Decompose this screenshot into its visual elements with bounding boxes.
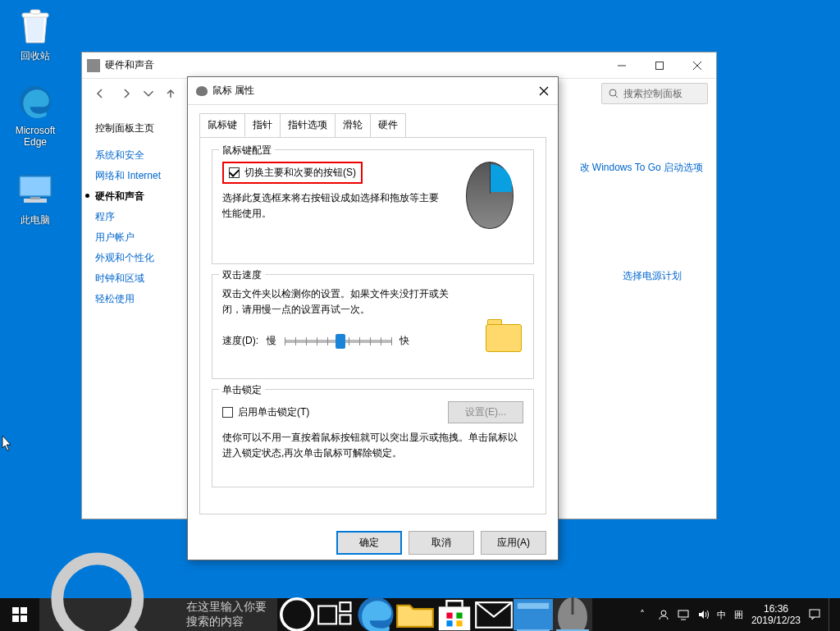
svg-rect-30 [456, 613, 462, 619]
tray-overflow-icon[interactable]: ˄ [635, 609, 650, 620]
sidebar-item-system[interactable]: 系统和安全 [95, 145, 171, 166]
speed-label: 速度(D): [222, 334, 258, 348]
svg-rect-28 [439, 606, 470, 630]
click-lock-checkbox[interactable] [222, 407, 233, 418]
dialog-close-button[interactable] [535, 82, 553, 100]
highlighted-switch-option: 切换主要和次要的按钮(S) [222, 162, 363, 184]
svg-rect-8 [656, 62, 664, 70]
this-pc-icon[interactable]: 此电脑 [7, 171, 64, 227]
tab-panel: 鼠标键配置 切换主要和次要的按钮(S) 选择此复选框来将右按钮设成如选择和拖放等… [199, 137, 546, 514]
sidebar-item-hardware[interactable]: 硬件和声音 [95, 186, 171, 207]
cursor-icon [2, 435, 13, 451]
back-button[interactable] [90, 84, 110, 103]
cp-sidebar: 控制面板主页 系统和安全 网络和 Internet 硬件和声音 程序 用户帐户 … [82, 108, 176, 519]
mouse-properties-dialog: 鼠标 属性 鼠标键 指针 指针选项 滑轮 硬件 鼠标键配置 切换主要和次要的按钮… [187, 76, 559, 560]
taskbar-search[interactable]: 在这里输入你要搜索的内容 [39, 598, 277, 631]
dialog-title: 鼠标 属性 [212, 84, 254, 98]
mouse-icon [196, 86, 208, 96]
speed-slow-label: 慢 [267, 334, 276, 348]
svg-rect-24 [318, 606, 336, 624]
switch-buttons-checkbox[interactable] [229, 167, 240, 178]
task-view-icon[interactable] [317, 598, 356, 631]
close-button[interactable] [678, 53, 716, 79]
svg-point-37 [661, 610, 666, 615]
cp-titlebar[interactable]: 硬件和声音 [82, 53, 716, 79]
up-button[interactable] [161, 84, 180, 103]
svg-rect-4 [21, 177, 50, 195]
tray-clock[interactable]: 16:36 2019/12/23 [751, 603, 801, 627]
search-icon [49, 551, 178, 631]
cortana-icon[interactable] [277, 598, 317, 631]
svg-rect-19 [12, 615, 19, 622]
clock-time: 16:36 [751, 603, 801, 615]
click-lock-label: 启用单击锁定(T) [238, 405, 309, 419]
action-center-icon[interactable] [809, 609, 820, 620]
people-icon[interactable] [658, 609, 669, 620]
start-button[interactable] [0, 598, 39, 631]
double-click-desc: 双击文件夹以检测你的设置。如果文件夹没打开或关闭，请用慢一点的设置再试一次。 [222, 286, 460, 318]
sidebar-item-users[interactable]: 用户帐户 [95, 227, 171, 248]
svg-point-13 [609, 89, 616, 96]
sidebar-item-ease[interactable]: 轻松使用 [95, 289, 171, 309]
forward-button[interactable] [116, 84, 136, 103]
svg-rect-38 [678, 610, 688, 617]
speed-slider[interactable] [285, 340, 391, 343]
test-folder-icon[interactable] [486, 319, 522, 352]
click-lock-group: 单击锁定 启用单击锁定(T) 设置(E)... 使你可以不用一直按着鼠标按钮就可… [212, 389, 534, 487]
sidebar-home[interactable]: 控制面板主页 [95, 121, 171, 135]
store-taskbar-icon[interactable] [435, 598, 474, 631]
svg-rect-1 [30, 10, 40, 14]
edge-icon[interactable]: Microsoft Edge [7, 82, 64, 148]
ok-button[interactable]: 确定 [336, 531, 402, 555]
svg-rect-17 [12, 607, 19, 614]
tab-pointers[interactable]: 指针 [244, 113, 281, 137]
click-lock-legend: 单击锁定 [219, 383, 265, 397]
recycle-bin-icon[interactable]: 回收站 [7, 7, 64, 63]
show-desktop-button[interactable] [829, 598, 833, 631]
maximize-button[interactable] [641, 53, 678, 79]
cp-title-icon [87, 59, 100, 72]
mouse-dialog-taskbar-icon[interactable] [553, 598, 592, 631]
tab-hardware[interactable]: 硬件 [370, 113, 406, 137]
tab-wheel[interactable]: 滑轮 [335, 113, 371, 137]
svg-point-23 [281, 599, 313, 630]
edge-taskbar-icon[interactable] [356, 598, 395, 631]
search-icon [609, 89, 619, 98]
sidebar-item-network[interactable]: 网络和 Internet [95, 166, 171, 186]
sidebar-item-clock[interactable]: 时钟和区域 [95, 268, 171, 289]
svg-rect-18 [21, 607, 27, 614]
taskbar-search-placeholder: 在这里输入你要搜索的内容 [186, 600, 267, 629]
speed-fast-label: 快 [399, 334, 409, 348]
button-config-legend: 鼠标键配置 [219, 144, 275, 158]
link-windows-to-go[interactable]: 改 Windows To Go 启动选项 [580, 161, 703, 175]
volume-icon[interactable] [697, 609, 709, 620]
tab-buttons[interactable]: 鼠标键 [199, 113, 245, 137]
desktop: 回收站 Microsoft Edge 此电脑 硬件和声音 [0, 0, 840, 631]
svg-rect-6 [30, 197, 40, 199]
sidebar-item-appearance[interactable]: 外观和个性化 [95, 248, 171, 268]
mouse-graphic [466, 162, 522, 232]
cp-search[interactable]: 搜索控制面板 [601, 83, 708, 104]
apply-button[interactable]: 应用(A) [481, 531, 546, 555]
control-panel-taskbar-icon[interactable] [514, 598, 553, 631]
history-dropdown[interactable] [143, 84, 154, 103]
minimize-button[interactable] [603, 53, 641, 79]
svg-rect-32 [456, 620, 462, 626]
ime-mode-icon[interactable]: 囲 [734, 609, 743, 621]
svg-line-14 [615, 95, 618, 98]
slider-thumb-icon[interactable] [336, 334, 345, 349]
this-pc-label: 此电脑 [21, 214, 50, 226]
dialog-titlebar[interactable]: 鼠标 属性 [188, 77, 558, 105]
cancel-button[interactable]: 取消 [409, 531, 474, 555]
svg-rect-29 [446, 613, 452, 619]
sidebar-item-programs[interactable]: 程序 [95, 207, 171, 227]
explorer-taskbar-icon[interactable] [395, 598, 435, 631]
mail-taskbar-icon[interactable] [474, 598, 514, 631]
network-icon[interactable] [678, 609, 689, 620]
tab-pointer-options[interactable]: 指针选项 [280, 113, 336, 137]
ime-lang-icon[interactable]: 中 [717, 609, 726, 621]
tabbar: 鼠标键 指针 指针选项 滑轮 硬件 [188, 105, 558, 137]
link-power-plan[interactable]: 选择电源计划 [623, 269, 682, 283]
taskbar: 在这里输入你要搜索的内容 ˄ 中 囲 16:36 2019/12/23 [0, 598, 840, 631]
cp-title: 硬件和声音 [105, 58, 154, 72]
